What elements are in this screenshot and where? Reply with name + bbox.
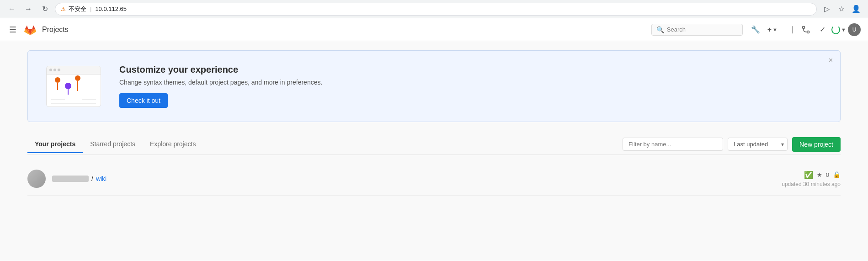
banner-text: Customize your experience Change syntax … (119, 64, 322, 108)
project-name: / wiki (52, 175, 775, 182)
spinner-icon-button[interactable]: ▼ (831, 22, 846, 37)
sidebar-toggle-button[interactable]: ⎹ (782, 22, 797, 37)
project-badges: ✅ ★ 0 🔒 (804, 170, 841, 179)
illustration-body (47, 75, 101, 107)
security-icon: ⚠ (61, 6, 66, 12)
hamburger-menu-button[interactable]: ☰ (7, 23, 18, 37)
project-name-separator: / (91, 175, 93, 182)
project-namespace-blurred (52, 176, 89, 182)
header-icons: 🔧 + ▼ ⎹ ✓ ▼ U (748, 22, 861, 37)
filter-by-name-input[interactable] (623, 138, 723, 151)
address-bar[interactable]: ⚠ 不安全 | 10.0.112.65 (55, 3, 817, 16)
profile-icon[interactable]: 👤 (850, 3, 863, 16)
gitlab-header: ☰ Projects 🔍 🔧 + ▼ ⎹ (0, 18, 868, 41)
project-updated-time: updated 30 minutes ago (782, 181, 841, 187)
spinner-dropdown-icon: ▼ (841, 27, 846, 32)
gitlab-logo (24, 23, 37, 36)
star-count: 0 (826, 171, 829, 178)
line-2 (51, 99, 65, 100)
pin-orange-2 (75, 75, 80, 91)
lock-icon: 🔒 (833, 171, 841, 178)
project-info: / wiki (52, 175, 775, 182)
pin-purple (65, 83, 71, 95)
dot-1 (49, 69, 52, 71)
star-icon[interactable]: ★ (817, 171, 822, 178)
forward-button[interactable]: → (22, 3, 35, 16)
check-it-out-button[interactable]: Check it out (119, 93, 168, 108)
banner-close-button[interactable]: × (829, 56, 833, 64)
check-circle-icon-button[interactable]: ✓ (815, 22, 830, 37)
plus-icon: + (767, 26, 772, 34)
address-separator: | (90, 5, 91, 12)
tabs-row: Your projects Starred projects Explore p… (27, 136, 841, 153)
pin-orange-1 (55, 77, 60, 90)
url-text: 10.0.112.65 (95, 5, 127, 12)
project-avatar (27, 170, 46, 188)
cast-icon[interactable]: ▷ (820, 3, 833, 16)
tab-starred-projects[interactable]: Starred projects (83, 136, 143, 153)
project-right: ✅ ★ 0 🔒 updated 30 minutes ago (782, 170, 841, 187)
ci-status-icon: ✅ (804, 170, 813, 179)
dot-2 (53, 69, 56, 71)
search-icon: 🔍 (656, 26, 664, 33)
toolbar: Last updated Last created Oldest updated… (623, 137, 841, 152)
avatar-inner (27, 170, 46, 188)
dropdown-arrow-icon: ▼ (772, 27, 777, 32)
banner-title: Customize your experience (119, 64, 322, 75)
browser-chrome: ← → ↻ ⚠ 不安全 | 10.0.112.65 ▷ ☆ 👤 (0, 0, 868, 18)
banner-description: Change syntax themes, default project pa… (119, 79, 322, 86)
project-item: / wiki ✅ ★ 0 🔒 updated 30 minutes ago (27, 162, 841, 196)
tabs-divider (27, 154, 841, 155)
header-search[interactable]: 🔍 (651, 24, 743, 36)
customize-banner: × (27, 50, 841, 122)
main-content: × (0, 41, 868, 261)
header-title: Projects (42, 26, 69, 34)
sort-select[interactable]: Last updated Last created Oldest updated… (728, 138, 788, 151)
banner-illustration (46, 66, 101, 107)
new-item-button[interactable]: + ▼ (765, 24, 780, 36)
security-label: 不安全 (69, 5, 86, 13)
svg-point-1 (807, 31, 809, 33)
reload-button[interactable]: ↻ (38, 3, 51, 16)
browser-right-icons: ▷ ☆ 👤 (820, 3, 863, 16)
tabs-list: Your projects Starred projects Explore p… (27, 136, 203, 153)
tab-explore-projects[interactable]: Explore projects (143, 136, 203, 153)
line-1 (51, 103, 96, 104)
svg-point-0 (803, 26, 805, 28)
bookmark-icon[interactable]: ☆ (835, 3, 848, 16)
tab-your-projects[interactable]: Your projects (27, 136, 83, 153)
merge-request-icon-button[interactable] (799, 22, 813, 37)
sort-wrapper: Last updated Last created Oldest updated… (728, 138, 788, 151)
search-input[interactable] (667, 26, 738, 33)
spinner-icon (831, 25, 840, 34)
illustration-title-bar (47, 66, 101, 75)
project-name-text[interactable]: wiki (96, 175, 107, 182)
new-project-button[interactable]: New project (792, 137, 841, 152)
line-3 (82, 99, 96, 100)
avatar[interactable]: U (848, 23, 861, 36)
dot-3 (58, 69, 60, 71)
wrench-icon-button[interactable]: 🔧 (748, 22, 763, 37)
back-button[interactable]: ← (5, 3, 18, 16)
